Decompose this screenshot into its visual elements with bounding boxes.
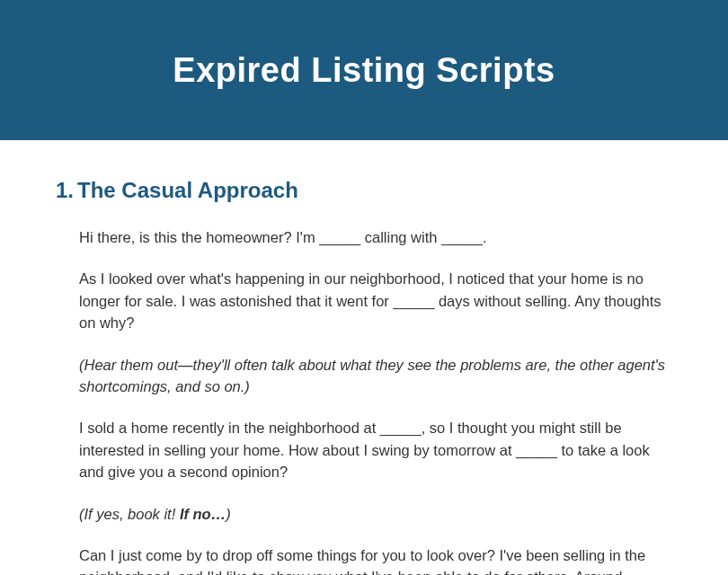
script-note: (Hear them out—they'll often talk about … [79,354,672,398]
script-paragraph: Can I just come by to drop off some thin… [79,544,672,575]
content-area: 1.The Casual Approach Hi there, is this … [0,140,728,575]
script-paragraph: Hi there, is this the homeowner? I'm ___… [79,226,672,248]
note-strong: If no… [180,506,226,522]
script-paragraph: As I looked over what's happening in our… [79,268,672,333]
note-post: ) [226,506,231,522]
page-title: Expired Listing Scripts [173,51,555,90]
note-pre: (If yes, book it! [79,506,180,522]
section-body: Hi there, is this the homeowner? I'm ___… [56,226,672,575]
banner: Expired Listing Scripts [0,0,728,140]
script-note: (If yes, book it! If no…) [79,503,672,525]
section-heading: 1.The Casual Approach [56,178,672,203]
section-number: 1. [56,178,74,202]
section-title-text: The Casual Approach [77,178,298,202]
script-paragraph: I sold a home recently in the neighborho… [79,417,672,482]
